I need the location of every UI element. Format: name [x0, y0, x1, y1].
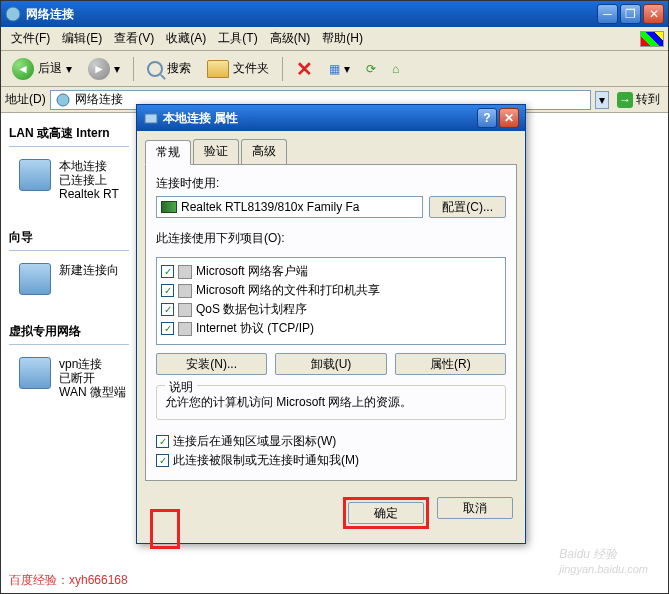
connect-using-label: 连接时使用:: [156, 175, 506, 192]
install-button[interactable]: 安装(N)...: [156, 353, 267, 375]
nic-name: Realtek RTL8139/810x Family Fa: [181, 200, 360, 214]
vpn-name: vpn连接: [59, 357, 126, 371]
forward-arrow-icon: ►: [88, 58, 110, 80]
delete-button[interactable]: ✕: [289, 55, 320, 83]
forward-button[interactable]: ► ▾: [81, 55, 127, 83]
service-icon: [178, 284, 192, 298]
maximize-button[interactable]: ❐: [620, 4, 641, 24]
tab-general[interactable]: 常规: [145, 140, 191, 165]
footer-credit: 百度经验：xyh666168: [9, 572, 128, 589]
home-icon: ⌂: [392, 62, 399, 76]
delete-x-icon: ✕: [296, 57, 313, 81]
dialog-titlebar: 本地连接 属性 ? ✕: [137, 105, 525, 131]
group-vpn-header: 虚拟专用网络: [9, 319, 129, 345]
address-label: 地址(D): [5, 91, 46, 108]
search-button[interactable]: 搜索: [140, 55, 198, 83]
nic-field: Realtek RTL8139/810x Family Fa: [156, 196, 423, 218]
items-label: 此连接使用下列项目(O):: [156, 230, 506, 247]
menu-advanced[interactable]: 高级(N): [264, 28, 317, 49]
window-title: 网络连接: [26, 6, 597, 23]
connection-name: 本地连接: [59, 159, 119, 173]
checkbox-icon[interactable]: ✓: [161, 303, 174, 316]
wizard-icon: [19, 263, 51, 295]
address-icon: [55, 92, 71, 108]
back-button[interactable]: ◄ 后退 ▾: [5, 55, 79, 83]
wizard-name: 新建连接向: [59, 263, 119, 277]
menu-tools[interactable]: 工具(T): [212, 28, 263, 49]
dialog-help-button[interactable]: ?: [477, 108, 497, 128]
views-icon: ▦: [329, 62, 340, 76]
configure-button[interactable]: 配置(C)...: [429, 196, 506, 218]
home-button[interactable]: ⌂: [385, 55, 406, 83]
description-legend: 说明: [165, 379, 197, 396]
dialog-icon: [143, 110, 159, 126]
dropdown-icon: ▾: [114, 62, 120, 76]
properties-button[interactable]: 属性(R): [395, 353, 506, 375]
uninstall-button[interactable]: 卸载(U): [275, 353, 386, 375]
back-arrow-icon: ◄: [12, 58, 34, 80]
dialog-close-button[interactable]: ✕: [499, 108, 519, 128]
watermark: Baidu 经验 jingyan.baidu.com: [559, 540, 648, 575]
menu-favorites[interactable]: 收藏(A): [160, 28, 212, 49]
folders-button[interactable]: 文件夹: [200, 55, 276, 83]
checkbox-icon[interactable]: ✓: [161, 322, 174, 335]
connection-device: Realtek RT: [59, 187, 119, 201]
views-button[interactable]: ▦▾: [322, 55, 357, 83]
svg-point-0: [6, 7, 20, 21]
menu-file[interactable]: 文件(F): [5, 28, 56, 49]
dropdown-icon: ▾: [66, 62, 72, 76]
list-item[interactable]: ✓Internet 协议 (TCP/IP): [161, 319, 501, 338]
limited-notify-checkbox-row[interactable]: ✓ 此连接被限制或无连接时通知我(M): [156, 451, 506, 470]
limited-notify-label: 此连接被限制或无连接时通知我(M): [173, 452, 359, 469]
description-group: 说明 允许您的计算机访问 Microsoft 网络上的资源。: [156, 385, 506, 420]
notify-icon-checkbox-row[interactable]: ✓ 连接后在通知区域显示图标(W): [156, 432, 506, 451]
checkbox-icon[interactable]: ✓: [161, 265, 174, 278]
svg-point-1: [57, 94, 69, 106]
toolbar: ◄ 后退 ▾ ► ▾ 搜索 文件夹 ✕ ▦▾ ⟳ ⌂: [1, 51, 668, 87]
checkbox-icon[interactable]: ✓: [161, 284, 174, 297]
group-lan-header: LAN 或高速 Intern: [9, 121, 129, 147]
lan-connection-icon: [19, 159, 51, 191]
checkbox-icon[interactable]: ✓: [156, 435, 169, 448]
tcpip-icon: [178, 322, 192, 336]
window-titlebar: 网络连接 ─ ❐ ✕: [1, 1, 668, 27]
sync-button[interactable]: ⟳: [359, 55, 383, 83]
minimize-button[interactable]: ─: [597, 4, 618, 24]
list-item[interactable]: ✓QoS 数据包计划程序: [161, 300, 501, 319]
menu-view[interactable]: 查看(V): [108, 28, 160, 49]
menubar: 文件(F) 编辑(E) 查看(V) 收藏(A) 工具(T) 高级(N) 帮助(H…: [1, 27, 668, 51]
connection-status: 已连接上: [59, 173, 119, 187]
close-button[interactable]: ✕: [643, 4, 664, 24]
list-item[interactable]: ✓Microsoft 网络的文件和打印机共享: [161, 281, 501, 300]
checkbox-icon[interactable]: ✓: [156, 454, 169, 467]
dialog-footer: 确定 取消: [137, 489, 525, 543]
menu-edit[interactable]: 编辑(E): [56, 28, 108, 49]
group-wizard-header: 向导: [9, 225, 129, 251]
vpn-status: 已断开: [59, 371, 126, 385]
highlight-box-ok: 确定: [343, 497, 429, 529]
nic-card-icon: [161, 201, 177, 213]
vpn-device: WAN 微型端: [59, 385, 126, 399]
cancel-button[interactable]: 取消: [437, 497, 513, 519]
app-icon: [5, 6, 21, 22]
go-arrow-icon: →: [617, 92, 633, 108]
qos-icon: [178, 303, 192, 317]
list-item[interactable]: ✓Microsoft 网络客户端: [161, 262, 501, 281]
ok-button[interactable]: 确定: [348, 502, 424, 524]
svg-rect-2: [145, 114, 157, 123]
components-list[interactable]: ✓Microsoft 网络客户端 ✓Microsoft 网络的文件和打印机共享 …: [156, 257, 506, 345]
properties-dialog: 本地连接 属性 ? ✕ 常规 验证 高级 连接时使用: Realtek RTL8…: [136, 104, 526, 544]
client-icon: [178, 265, 192, 279]
description-text: 允许您的计算机访问 Microsoft 网络上的资源。: [165, 394, 497, 411]
menu-help[interactable]: 帮助(H): [316, 28, 369, 49]
tab-panel-general: 连接时使用: Realtek RTL8139/810x Family Fa 配置…: [145, 165, 517, 481]
search-icon: [147, 61, 163, 77]
tab-auth[interactable]: 验证: [193, 139, 239, 164]
sync-icon: ⟳: [366, 62, 376, 76]
tab-advanced[interactable]: 高级: [241, 139, 287, 164]
go-button[interactable]: → 转到: [613, 91, 664, 108]
notify-icon-label: 连接后在通知区域显示图标(W): [173, 433, 336, 450]
folder-icon: [207, 60, 229, 78]
address-dropdown-icon[interactable]: ▾: [595, 91, 609, 109]
vpn-icon: [19, 357, 51, 389]
